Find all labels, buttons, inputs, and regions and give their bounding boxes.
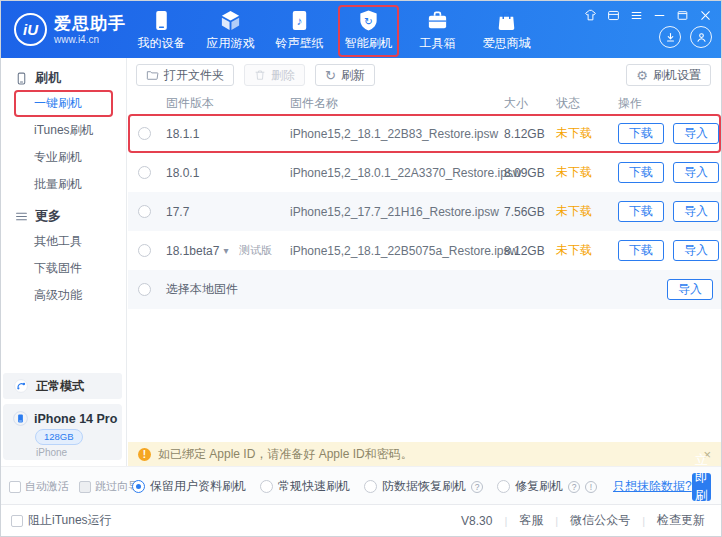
chevron-down-icon[interactable]: ▾	[223, 245, 228, 256]
nav-label: 爱思商城	[483, 35, 531, 52]
device-card[interactable]: iPhone 14 Pro 128GB iPhone	[3, 404, 122, 460]
row-radio[interactable]	[138, 205, 151, 218]
divider: |	[504, 515, 507, 527]
nav-label: 应用游戏	[207, 35, 255, 52]
skip-setup-option[interactable]: 跳过向导	[79, 479, 139, 494]
sidebar-item-advanced[interactable]: 高级功能	[14, 282, 113, 309]
local-firmware-row[interactable]: 选择本地固件 导入	[128, 270, 721, 309]
check-update-link[interactable]: 检查更新	[657, 512, 705, 529]
quick-flash-label: 常规快速刷机	[278, 478, 350, 495]
auto-activate-checkbox[interactable]	[9, 481, 21, 493]
import-button[interactable]: 导入	[667, 279, 713, 300]
minimize-button[interactable]	[652, 8, 666, 22]
firmware-row[interactable]: 17.7 iPhone15,2_17.7_21H16_Restore.ipsw …	[128, 192, 721, 231]
row-radio[interactable]	[138, 283, 151, 296]
col-version: 固件版本	[166, 95, 290, 112]
shield-flash-icon: ↻	[357, 9, 380, 32]
quick-flash-radio[interactable]	[260, 480, 273, 493]
normal-mode-icon	[13, 378, 29, 394]
local-firmware-label: 选择本地固件	[166, 281, 618, 298]
nav-my-devices[interactable]: 我的设备	[131, 5, 192, 57]
maximize-button[interactable]	[675, 8, 689, 22]
flash-now-button[interactable]: 立即刷机	[692, 473, 711, 501]
firmware-status: 未下载	[556, 203, 618, 220]
import-button[interactable]: 导入	[673, 201, 719, 222]
import-button[interactable]: 导入	[673, 123, 719, 144]
import-button[interactable]: 导入	[673, 162, 719, 183]
open-folder-button[interactable]: 打开文件夹	[136, 64, 234, 86]
row-radio[interactable]	[138, 166, 151, 179]
firmware-row[interactable]: 18.1.1 iPhone15,2_18.1_22B83_Restore.ips…	[128, 114, 721, 153]
col-status: 状态	[556, 95, 618, 112]
sidebar-item-itunes-flash[interactable]: iTunes刷机	[14, 117, 113, 144]
delete-button[interactable]: 删除	[244, 64, 305, 86]
firmware-size: 8.12GB	[504, 244, 556, 258]
repair-flash-radio[interactable]	[497, 480, 510, 493]
keep-data-flash-label: 保留用户资料刷机	[150, 478, 246, 495]
support-link[interactable]: 客服	[519, 512, 543, 529]
sidebar-item-other-tools[interactable]: 其他工具	[14, 228, 113, 255]
nav-label: 我的设备	[138, 35, 186, 52]
download-center-icon[interactable]	[659, 26, 681, 48]
nav-apps-games[interactable]: 应用游戏	[200, 5, 261, 57]
sidebar-item-download-firmware[interactable]: 下载固件	[14, 255, 113, 282]
skin-theme-icon[interactable]	[583, 8, 597, 22]
account-icon[interactable]	[690, 26, 712, 48]
download-button[interactable]: 下载	[618, 201, 664, 222]
close-button[interactable]	[698, 8, 712, 22]
help-icon[interactable]: ?	[471, 481, 483, 493]
card-icon[interactable]	[606, 8, 620, 22]
firmware-size: 7.56GB	[504, 205, 556, 219]
sidebar-section-flash: 刷机	[1, 66, 126, 90]
download-button[interactable]: 下载	[618, 240, 664, 261]
nav-ringtones-wallpapers[interactable]: ♪ 铃声壁纸	[269, 5, 330, 57]
flash-phone-icon	[15, 72, 28, 85]
sidebar-item-one-click-flash[interactable]: 一键刷机	[14, 90, 113, 117]
row-radio[interactable]	[138, 127, 151, 140]
device-mode-button[interactable]: 正常模式	[3, 373, 122, 399]
skip-setup-checkbox[interactable]	[79, 481, 91, 493]
firmware-status: 未下载	[556, 242, 618, 259]
gear-icon: ⚙	[636, 69, 648, 82]
repair-flash-option[interactable]: 修复刷机 ? !	[497, 478, 597, 495]
info-icon[interactable]: !	[585, 481, 597, 493]
block-itunes-option[interactable]: 阻止iTunes运行	[11, 512, 112, 529]
auto-activate-label: 自动激活	[25, 479, 69, 494]
sidebar-item-pro-flash[interactable]: 专业刷机	[14, 144, 113, 171]
refresh-button[interactable]: ↻ 刷新	[315, 64, 375, 86]
help-icon[interactable]: ?	[568, 481, 580, 493]
app-title: 爱思助手	[54, 15, 126, 33]
trash-icon	[254, 69, 266, 81]
sidebar-item-label: 一键刷机	[34, 95, 82, 112]
empty-area	[128, 309, 721, 442]
nav-store[interactable]: 爱思商城	[476, 5, 537, 57]
block-itunes-checkbox[interactable]	[11, 515, 23, 527]
open-folder-label: 打开文件夹	[164, 67, 224, 84]
logo-text: 爱思助手 www.i4.cn	[54, 15, 126, 45]
divider: |	[555, 515, 558, 527]
download-button[interactable]: 下载	[618, 162, 664, 183]
keep-data-flash-radio[interactable]	[132, 480, 145, 493]
flash-settings-button[interactable]: ⚙ 刷机设置	[626, 64, 711, 86]
auto-activate-option[interactable]: 自动激活	[9, 479, 69, 494]
sidebar-item-batch-flash[interactable]: 批量刷机	[14, 171, 113, 198]
firmware-version: 18.1.1	[166, 127, 199, 141]
erase-data-link[interactable]: 只想抹除数据?	[613, 478, 692, 495]
nav-smart-flash[interactable]: ↻ 智能刷机	[338, 5, 399, 57]
section-title: 更多	[35, 207, 61, 225]
firmware-row[interactable]: 18.0.1 iPhone15,2_18.0.1_22A3370_Restore…	[128, 153, 721, 192]
anti-recovery-flash-option[interactable]: 防数据恢复刷机 ?	[364, 478, 483, 495]
nav-toolbox[interactable]: 工具箱	[407, 5, 468, 57]
keep-data-flash-option[interactable]: 保留用户资料刷机	[132, 478, 246, 495]
row-radio[interactable]	[138, 244, 151, 257]
anti-recovery-flash-radio[interactable]	[364, 480, 377, 493]
quick-flash-option[interactable]: 常规快速刷机	[260, 478, 350, 495]
menu-icon[interactable]	[629, 8, 643, 22]
download-button[interactable]: 下载	[618, 123, 664, 144]
firmware-row[interactable]: 18.1beta7 ▾ 测试版 iPhone15,2_18.1_22B5075a…	[128, 231, 721, 270]
main-panel: 打开文件夹 删除 ↻ 刷新 ⚙ 刷机设置 固件版本 固件名称 大小 状态 操作	[128, 58, 721, 466]
beta-tag: 测试版	[239, 243, 272, 258]
wechat-link[interactable]: 微信公众号	[570, 512, 630, 529]
ringtone-icon: ♪	[288, 9, 311, 32]
import-button[interactable]: 导入	[673, 240, 719, 261]
